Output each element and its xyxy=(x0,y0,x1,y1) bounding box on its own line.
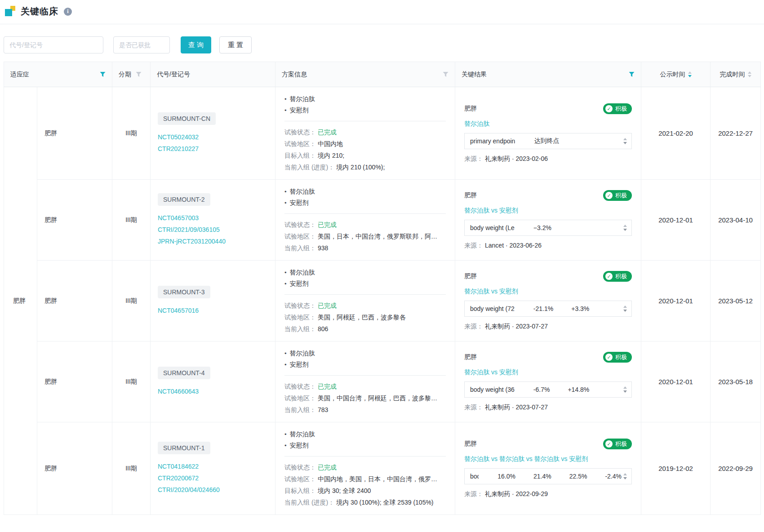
registry-id-link[interactable]: NCT04657016 xyxy=(158,305,269,316)
metric-box: primary endpoin 达到终点 xyxy=(464,133,632,149)
protocol-cell: 替尔泊肽 安慰剂 试验状态：已完成 试验地区：中国内地 目标入组：境内 210;… xyxy=(275,87,455,180)
stepper-up-icon xyxy=(623,473,627,475)
protocol-line-label: 目标入组： xyxy=(284,487,316,494)
sort-asc-icon xyxy=(688,71,692,74)
positive-badge-label: 积极 xyxy=(615,191,627,200)
seal-check-icon xyxy=(605,192,613,199)
source-line: 来源：礼来制药 · 2023-02-06 xyxy=(464,155,632,163)
protocol-divider xyxy=(284,213,446,214)
metric-scroll-stepper[interactable] xyxy=(622,224,629,232)
metric-label: body weight (Le xyxy=(470,224,515,231)
stepper-down-icon xyxy=(623,477,627,479)
registry-id-link[interactable]: NCT04184622 xyxy=(158,461,269,472)
positive-badge-label: 积极 xyxy=(615,440,627,448)
source-value: Lancet · 2023-06-26 xyxy=(485,242,542,249)
header-indication-label: 适应症 xyxy=(10,71,29,79)
metric-label: body weight (36 xyxy=(470,386,515,393)
registry-id-link[interactable]: CTRI/2021/09/036105 xyxy=(158,224,269,235)
protocol-line-value: 已完成 xyxy=(318,129,337,136)
registry-id-link[interactable]: NCT05024032 xyxy=(158,131,269,143)
arm-item: 替尔泊肽 xyxy=(284,267,446,278)
publish-date: 2021-02-20 xyxy=(658,129,693,137)
source-label: 来源： xyxy=(464,155,483,162)
metric-value: +3.3% xyxy=(571,305,589,312)
protocol-line-value: 境内 210; xyxy=(318,152,344,159)
arm-item: 安慰剂 xyxy=(284,278,446,289)
result-groups-link[interactable]: 替尔泊肽 vs 替尔泊肽 vs 替尔泊肽 vs 安慰剂 xyxy=(464,455,632,463)
registry-id-link[interactable]: CTRI/2020/04/024660 xyxy=(158,484,269,496)
arm-item: 安慰剂 xyxy=(284,197,446,208)
metric-scroll-stepper[interactable] xyxy=(622,386,629,394)
source-value: 礼来制药 · 2023-07-27 xyxy=(485,403,548,411)
approved-filter-input[interactable] xyxy=(113,36,170,53)
protocol-line-label: 试验地区： xyxy=(284,314,316,321)
protocol-line: 当前入组：806 xyxy=(284,323,446,335)
protocol-line-value: 806 xyxy=(318,325,328,332)
result-groups-link[interactable]: 替尔泊肽 vs 安慰剂 xyxy=(464,288,632,296)
info-icon[interactable]: i xyxy=(64,8,72,16)
arm-item: 替尔泊肽 xyxy=(284,429,446,440)
publish-date-cell: 2020-12-01 xyxy=(641,180,711,261)
metric-scroll-stepper[interactable] xyxy=(622,472,629,480)
reset-button[interactable]: 重 置 xyxy=(219,36,252,53)
publish-sort-control[interactable] xyxy=(688,71,692,77)
header-protocol-label: 方案信息 xyxy=(282,71,307,79)
protocol-line: 目标入组：境内 210; xyxy=(284,150,446,161)
result-cell: 肥胖 积极 替尔泊肽 vs 安慰剂 body weight (72 -21.1%… xyxy=(455,261,641,341)
header-complete-date: 完成时间 xyxy=(711,62,761,87)
protocol-line-label: 当前入组： xyxy=(284,325,316,332)
result-indication-label: 肥胖 xyxy=(464,272,477,280)
search-button[interactable]: 查 询 xyxy=(181,36,211,53)
publish-date: 2020-12-01 xyxy=(658,297,693,305)
result-cell: 肥胖 积极 替尔泊肽 vs 安慰剂 body weight (Le −3.2% xyxy=(455,180,641,261)
indication-cell: 肥胖 xyxy=(37,261,112,341)
result-filter-icon[interactable] xyxy=(629,71,635,77)
metric-value: 21.4% xyxy=(533,473,551,480)
complete-sort-control[interactable] xyxy=(748,71,751,77)
search-toolbar: 查 询 重 置 xyxy=(4,36,764,53)
metric-value: -6.7% xyxy=(533,386,550,393)
protocol-line-label: 试验状态： xyxy=(284,221,316,228)
protocol-line-value: 已完成 xyxy=(318,221,337,228)
source-value: 礼来制药 · 2023-02-06 xyxy=(485,155,548,162)
indication-filter-icon[interactable] xyxy=(100,71,106,77)
protocol-divider xyxy=(284,121,446,121)
protocol-filter-icon[interactable] xyxy=(443,71,449,77)
registry-id-link[interactable]: NCT04657003 xyxy=(158,212,269,224)
result-indication-label: 肥胖 xyxy=(464,353,477,361)
metric-label: body weight (72 xyxy=(470,305,515,312)
stepper-down-icon xyxy=(623,310,627,312)
registry-id-link[interactable]: NCT04660643 xyxy=(158,386,269,397)
metric-value: 22.5% xyxy=(569,473,587,480)
protocol-line-label: 试验地区： xyxy=(284,395,316,402)
page-title: 关键临床 xyxy=(21,5,58,18)
protocol-line: 试验地区：中国内地，美国，日本，中国台湾，俄罗… xyxy=(284,473,446,485)
code-search-input[interactable] xyxy=(4,36,103,53)
registry-id-link[interactable]: CTR20200672 xyxy=(158,472,269,484)
indication-group-cell: 肥胖 xyxy=(4,87,37,515)
protocol-line-value: 美国，阿根廷，巴西，波多黎各 xyxy=(318,314,406,321)
registry-id-link[interactable]: JPRN-jRCT2031200440 xyxy=(158,235,269,247)
publish-date: 2019-12-02 xyxy=(658,465,693,472)
table-row: 肥胖 III期 SURMOUNT-1 NCT04184622 CTR202006… xyxy=(4,422,761,515)
result-cell: 肥胖 积极 替尔泊肽 primary endpoin 达到终点 xyxy=(455,87,641,180)
result-cell: 肥胖 积极 替尔泊肽 vs 替尔泊肽 vs 替尔泊肽 vs 安慰剂 body w… xyxy=(455,422,641,515)
arm-item: 安慰剂 xyxy=(284,440,446,451)
trial-code-badge: SURMOUNT-3 xyxy=(158,286,210,298)
publish-date-cell: 2020-12-01 xyxy=(641,341,711,422)
metric-scroll-stepper[interactable] xyxy=(622,137,629,145)
protocol-line-value: 已完成 xyxy=(318,464,337,471)
result-groups-link[interactable]: 替尔泊肽 xyxy=(464,120,632,128)
sort-desc-icon xyxy=(748,75,751,77)
protocol-line: 试验地区：美国，阿根廷，巴西，波多黎各 xyxy=(284,311,446,323)
arm-item: 安慰剂 xyxy=(284,105,446,116)
registry-id-link[interactable]: CTR20210227 xyxy=(158,143,269,155)
result-groups-link[interactable]: 替尔泊肽 vs 安慰剂 xyxy=(464,207,632,215)
phase-filter-icon[interactable] xyxy=(136,71,142,77)
table-row: 肥胖 肥胖 III期 SURMOUNT-CN NCT05024032 CTR20… xyxy=(4,87,761,180)
metric-scroll-stepper[interactable] xyxy=(622,305,629,313)
code-cell: SURMOUNT-3 NCT04657016 xyxy=(151,261,275,341)
protocol-cell: 替尔泊肽 安慰剂 试验状态：已完成 试验地区：中国内地，美国，日本，中国台湾，俄… xyxy=(275,422,455,515)
result-groups-link[interactable]: 替尔泊肽 vs 安慰剂 xyxy=(464,368,632,377)
protocol-line-label: 当前入组 (进度)： xyxy=(284,499,334,506)
